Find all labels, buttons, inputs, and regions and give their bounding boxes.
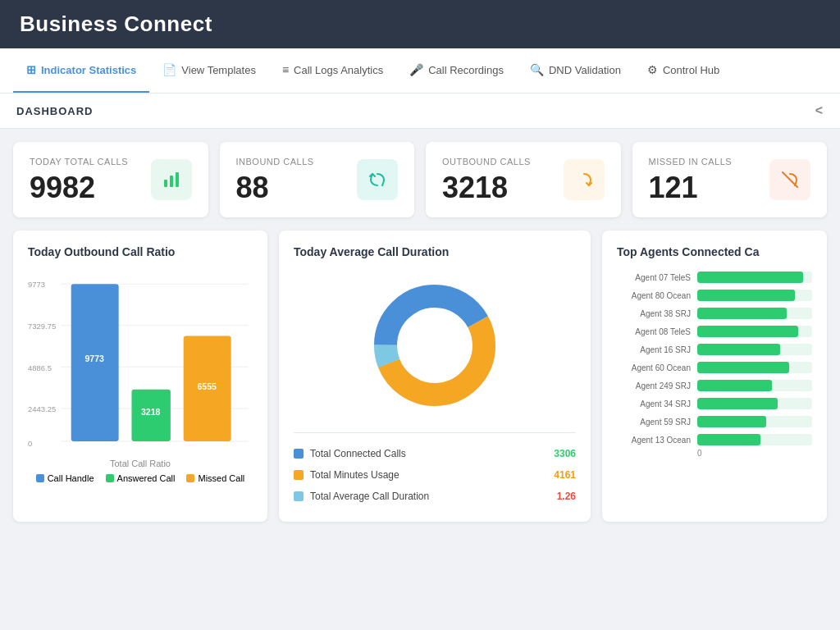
agent-bar-container — [697, 326, 812, 337]
stat-label-missed: MISSED IN CALLS — [649, 157, 733, 167]
nav-icon-indicator-statistics: ⊞ — [26, 63, 36, 76]
nav-item-call-logs-analytics[interactable]: ≡Call Logs Analytics — [269, 48, 396, 93]
bar-chart-card: Today Outbound Call Ratio 9773 7329.75 4… — [13, 231, 267, 522]
donut-stat-value: 4161 — [554, 469, 576, 481]
stat-value-inbound: 88 — [236, 173, 314, 203]
charts-row: Today Outbound Call Ratio 9773 7329.75 4… — [13, 231, 827, 522]
agent-bar — [697, 434, 760, 445]
nav-label-view-templates: View Templates — [181, 64, 256, 76]
agent-name: Agent 38 SRJ — [617, 309, 691, 318]
agent-name: Agent 80 Ocean — [617, 291, 691, 300]
nav-item-control-hub[interactable]: ⚙Control Hub — [634, 48, 733, 93]
agents-chart-card: Top Agents Connected Ca Agent 07 TeleS A… — [602, 231, 827, 522]
stat-icon-today-total — [151, 159, 192, 200]
svg-text:9773: 9773 — [84, 354, 104, 363]
svg-rect-2 — [176, 172, 179, 187]
bar-chart-area: 9773 7329.75 4886.5 2443.25 0 9773 — [28, 272, 253, 452]
agent-row: Agent 38 SRJ — [617, 308, 812, 319]
stat-icon-outbound — [564, 159, 605, 200]
donut-stat-value: 3306 — [554, 448, 576, 459]
agents-chart-title: Top Agents Connected Ca — [617, 245, 812, 258]
stat-cards-row: TODAY TOTAL CALLS 9982 INBOUND CALLS 88 … — [13, 142, 827, 217]
nav-item-call-recordings[interactable]: 🎤Call Recordings — [396, 48, 517, 93]
nav-label-indicator-statistics: Indicator Statistics — [41, 64, 136, 76]
agent-bar — [697, 290, 795, 301]
agent-bar — [697, 308, 787, 319]
agents-list: Agent 07 TeleS Agent 80 Ocean Agent 38 S… — [617, 272, 812, 445]
legend-dot — [186, 474, 194, 482]
bar-chart-legend: Call Handle Answered Call Missed Call — [28, 473, 253, 483]
donut-svg — [361, 272, 509, 419]
agent-row: Agent 34 SRJ — [617, 398, 812, 409]
donut-chart-card: Today Average Call Duration — [279, 231, 591, 522]
agent-bar-container — [697, 362, 812, 373]
svg-text:0: 0 — [28, 439, 32, 448]
stat-value-outbound: 3218 — [442, 173, 531, 203]
legend-label: Missed Call — [198, 473, 244, 483]
bar-chart-bottom-label: Total Call Ratio — [28, 459, 253, 468]
agent-bar — [697, 416, 766, 427]
agent-bar — [697, 380, 772, 391]
agent-bar — [697, 362, 789, 373]
app-header: Business Connect — [0, 0, 840, 48]
agent-bar — [697, 326, 798, 337]
svg-text:4886.5: 4886.5 — [28, 363, 52, 372]
nav-icon-view-templates: 📄 — [162, 63, 176, 76]
stat-card-inbound: INBOUND CALLS 88 — [220, 142, 415, 217]
stat-value-missed: 121 — [649, 173, 733, 203]
main-nav: ⊞Indicator Statistics📄View Templates≡Cal… — [0, 48, 840, 94]
agent-name: Agent 59 SRJ — [617, 418, 691, 427]
legend-item-answered-call: Answered Call — [106, 473, 176, 483]
stat-icon-missed — [769, 159, 810, 200]
stat-card-today-total: TODAY TOTAL CALLS 9982 — [13, 142, 208, 217]
agent-row: Agent 16 SRJ — [617, 344, 812, 355]
app-title: Business Connect — [20, 11, 212, 36]
nav-item-dnd-validation[interactable]: 🔍DND Validation — [517, 48, 634, 93]
nav-label-control-hub: Control Hub — [663, 64, 719, 76]
agent-bar-container — [697, 344, 812, 355]
nav-label-call-logs-analytics: Call Logs Analytics — [294, 64, 383, 76]
bar-chart-svg: 9773 7329.75 4886.5 2443.25 0 9773 — [28, 272, 253, 452]
agent-name: Agent 16 SRJ — [617, 345, 691, 354]
agent-name: Agent 07 TeleS — [617, 273, 691, 282]
stat-icon-inbound — [357, 159, 398, 200]
main-content: TODAY TOTAL CALLS 9982 INBOUND CALLS 88 … — [0, 129, 840, 535]
donut-color-box — [294, 470, 304, 480]
stat-card-missed: MISSED IN CALLS 121 — [632, 142, 828, 217]
stat-value-today-total: 9982 — [30, 173, 128, 203]
legend-label: Call Handle — [48, 473, 94, 483]
stat-card-left-outbound: OUTBOUND CALLS 3218 — [442, 157, 531, 203]
agent-name: Agent 60 Ocean — [617, 363, 691, 372]
donut-stat-row: Total Average Call Duration 1.26 — [294, 486, 576, 507]
agent-row: Agent 13 Ocean — [617, 434, 812, 445]
agent-row: Agent 249 SRJ — [617, 380, 812, 391]
donut-color-box — [294, 449, 304, 459]
donut-stat-text: Total Minutes Usage — [310, 469, 399, 481]
agent-bar — [697, 344, 780, 355]
donut-area — [294, 272, 576, 419]
nav-item-indicator-statistics[interactable]: ⊞Indicator Statistics — [13, 48, 149, 93]
stat-card-left-today-total: TODAY TOTAL CALLS 9982 — [30, 157, 128, 203]
nav-label-dnd-validation: DND Validation — [549, 64, 621, 76]
donut-stat-value: 1.26 — [557, 491, 576, 502]
nav-item-view-templates[interactable]: 📄View Templates — [149, 48, 269, 93]
agent-bar-container — [697, 272, 812, 283]
donut-stat-text: Total Connected Calls — [310, 448, 406, 459]
agent-name: Agent 249 SRJ — [617, 381, 691, 390]
agent-name: Agent 08 TeleS — [617, 327, 691, 336]
agent-bar-container — [697, 290, 812, 301]
stat-card-outbound: OUTBOUND CALLS 3218 — [426, 142, 621, 217]
donut-color-box — [294, 491, 304, 501]
svg-text:2443.25: 2443.25 — [28, 404, 56, 413]
agent-row: Agent 80 Ocean — [617, 290, 812, 301]
donut-stat-label: Total Average Call Duration — [294, 491, 429, 502]
legend-item-missed-call: Missed Call — [186, 473, 244, 483]
agent-name: Agent 13 Ocean — [617, 436, 691, 445]
nav-icon-control-hub: ⚙ — [647, 63, 658, 76]
donut-stat-label: Total Connected Calls — [294, 448, 406, 459]
donut-chart-title: Today Average Call Duration — [294, 245, 576, 258]
nav-icon-dnd-validation: 🔍 — [530, 63, 544, 76]
dashboard-bar: DASHBOARD < — [0, 94, 840, 129]
collapse-button[interactable]: < — [815, 103, 824, 118]
agent-bar-container — [697, 308, 812, 319]
